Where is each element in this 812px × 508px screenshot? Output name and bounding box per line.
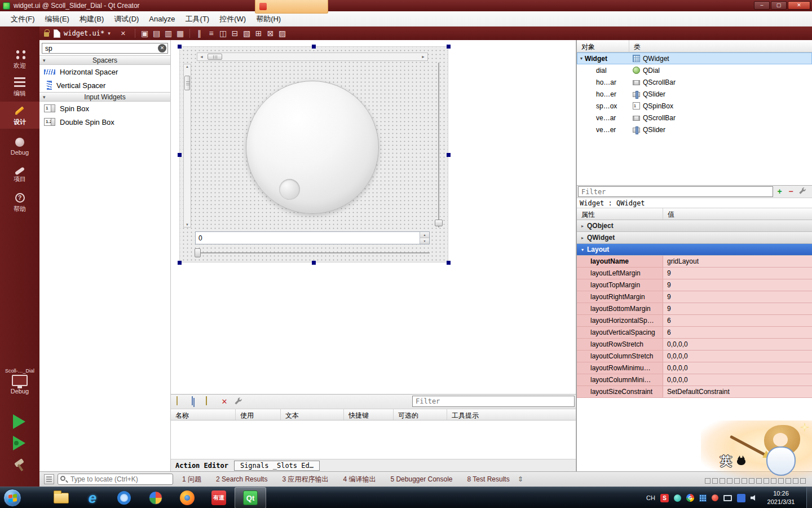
column-used[interactable]: 使用: [236, 409, 281, 420]
menu-build[interactable]: 构建(B): [74, 11, 109, 27]
object-row[interactable]: ho…er QSlider: [577, 88, 812, 100]
widget-item-spin-box[interactable]: 1 Spin Box: [39, 102, 170, 115]
object-row[interactable]: ve…ar QScrollBar: [577, 112, 812, 124]
scroll-right-icon[interactable]: ►: [419, 55, 427, 59]
pet-launcher-strip[interactable]: [705, 478, 811, 484]
layout-vertically-icon[interactable]: ≡: [205, 28, 217, 39]
spin-up-icon[interactable]: ▲: [420, 232, 429, 238]
action-filter-input[interactable]: [412, 396, 575, 407]
property-row[interactable]: layoutRowStretch 0,0,0,0: [577, 339, 812, 351]
layout-grid-icon[interactable]: ⊞: [253, 28, 264, 39]
scrollbar-handle[interactable]: [184, 76, 190, 90]
output-pane-issues[interactable]: 1 问题: [182, 475, 201, 484]
selection-handle[interactable]: [312, 45, 316, 49]
taskbar-youdao-button[interactable]: 有道: [203, 487, 235, 508]
minimize-button[interactable]: –: [754, 1, 770, 10]
tray-ime-icon[interactable]: [737, 494, 745, 502]
property-value[interactable]: 0,0,0,0: [663, 339, 812, 350]
start-button[interactable]: [3, 489, 21, 507]
property-row[interactable]: layoutSizeConstraint SetDefaultConstrain…: [577, 386, 812, 398]
spin-down-icon[interactable]: ▼: [420, 238, 429, 244]
tray-volume-icon[interactable]: [751, 494, 758, 501]
taskbar-ie-button[interactable]: e: [77, 487, 108, 508]
property-value[interactable]: 9: [663, 303, 812, 314]
property-row[interactable]: layoutLeftMargin 9: [577, 268, 812, 279]
dial-knob[interactable]: [279, 179, 300, 200]
remove-dynamic-property-icon[interactable]: −: [786, 187, 796, 197]
action-table-body[interactable]: [171, 421, 576, 459]
document-dropdown-icon[interactable]: ▾: [108, 30, 111, 36]
expander-icon[interactable]: ▾: [580, 56, 582, 61]
widget-item-vertical-spacer[interactable]: Vertical Spacer: [39, 78, 170, 92]
tray-sogou-icon[interactable]: S: [660, 494, 669, 502]
locator-input[interactable]: [58, 474, 173, 485]
paste-action-icon[interactable]: [206, 396, 207, 405]
property-row[interactable]: layoutBottomMargin 9: [577, 303, 812, 315]
menu-edit[interactable]: 编辑(E): [40, 11, 74, 27]
output-pane-test-results[interactable]: 8 Test Results: [467, 475, 510, 483]
menu-tools[interactable]: 工具(T): [180, 11, 215, 27]
object-row[interactable]: ▾Widget QWidget: [577, 52, 812, 64]
column-class[interactable]: 类: [629, 40, 641, 52]
tab-signals-slots-editor[interactable]: Signals _Slots Ed…: [234, 461, 320, 471]
run-button[interactable]: [13, 414, 25, 429]
taskbar-clock[interactable]: 10:26 2021/3/31: [761, 489, 801, 506]
delete-action-icon[interactable]: ✕: [219, 397, 230, 407]
edit-widgets-icon[interactable]: ▣: [139, 28, 151, 39]
form-horizontal-scrollbar[interactable]: ◄ ►: [197, 52, 428, 61]
new-action-icon[interactable]: [176, 396, 178, 405]
property-row[interactable]: layoutName gridLayout: [577, 256, 812, 268]
adjust-size-icon[interactable]: ▨: [276, 28, 288, 39]
property-value[interactable]: 0,0,0,0: [663, 351, 812, 362]
selection-handle[interactable]: [178, 45, 182, 49]
property-value[interactable]: 9: [663, 291, 812, 303]
menu-analyze[interactable]: Analyze: [144, 11, 180, 27]
maximize-button[interactable]: ▢: [771, 1, 787, 10]
output-pane-compile-output[interactable]: 4 编译输出: [343, 475, 376, 484]
scroll-left-icon[interactable]: ◄: [197, 55, 206, 59]
column-value[interactable]: 值: [663, 208, 674, 220]
property-value[interactable]: 0,0,0,0: [663, 362, 812, 374]
property-value[interactable]: 9: [663, 268, 812, 279]
column-name[interactable]: 名称: [171, 409, 236, 420]
property-group-qobject[interactable]: ▸ QObject: [577, 220, 812, 232]
selection-handle[interactable]: [447, 261, 451, 265]
slider-handle[interactable]: [195, 248, 201, 257]
column-text[interactable]: 文本: [281, 409, 344, 420]
column-tooltip[interactable]: 工具提示: [447, 409, 576, 420]
selection-handle[interactable]: [178, 153, 182, 157]
add-dynamic-property-icon[interactable]: +: [775, 187, 784, 197]
property-group-qwidget[interactable]: ▸ QWidget: [577, 232, 812, 244]
taskbar-explorer-button[interactable]: [45, 487, 77, 508]
widget-item-horizontal-spacer[interactable]: Horizontal Spacer: [39, 65, 170, 78]
widget-filter-input[interactable]: [42, 43, 168, 54]
property-value[interactable]: SetDefaultConstraint: [663, 386, 812, 397]
property-value[interactable]: 6: [663, 327, 812, 338]
tray-teal-icon[interactable]: [674, 494, 681, 502]
tray-g-icon[interactable]: G: [686, 494, 694, 502]
output-pane-search-results[interactable]: 2 Search Results: [216, 475, 267, 483]
show-desktop-button[interactable]: [806, 487, 812, 508]
scroll-up-icon[interactable]: ▲: [184, 65, 191, 68]
tray-red-badge-icon[interactable]: [712, 494, 718, 501]
taskbar-firefox-button[interactable]: [171, 487, 203, 508]
edit-buddies-icon[interactable]: ▥: [162, 28, 174, 39]
form-vertical-scrollbar[interactable]: ▲ ▼: [183, 64, 191, 227]
mode-design[interactable]: 设计: [0, 102, 39, 129]
property-row[interactable]: layoutColumnMini… 0,0,0,0: [577, 374, 812, 386]
mode-projects[interactable]: 项目: [0, 161, 39, 188]
edit-signals-slots-icon[interactable]: ▤: [151, 28, 162, 39]
property-filter-input[interactable]: [578, 186, 773, 197]
menu-widgets[interactable]: 控件(W): [214, 11, 251, 27]
selection-handle[interactable]: [447, 153, 451, 157]
start-debugging-button[interactable]: [13, 436, 25, 450]
layout-form-icon[interactable]: ▧: [241, 28, 253, 39]
configure-action-icon[interactable]: [234, 397, 244, 407]
slider-handle[interactable]: [435, 220, 443, 226]
spin-buttons[interactable]: ▲ ▼: [420, 232, 429, 244]
property-row[interactable]: layoutVerticalSpacing 6: [577, 327, 812, 339]
property-value[interactable]: 0,0,0,0: [663, 374, 812, 386]
property-row[interactable]: layoutColumnStretch 0,0,0,0: [577, 351, 812, 362]
mode-edit[interactable]: 编辑: [0, 73, 39, 100]
object-row[interactable]: sp…ox 1QSpinBox: [577, 100, 812, 112]
